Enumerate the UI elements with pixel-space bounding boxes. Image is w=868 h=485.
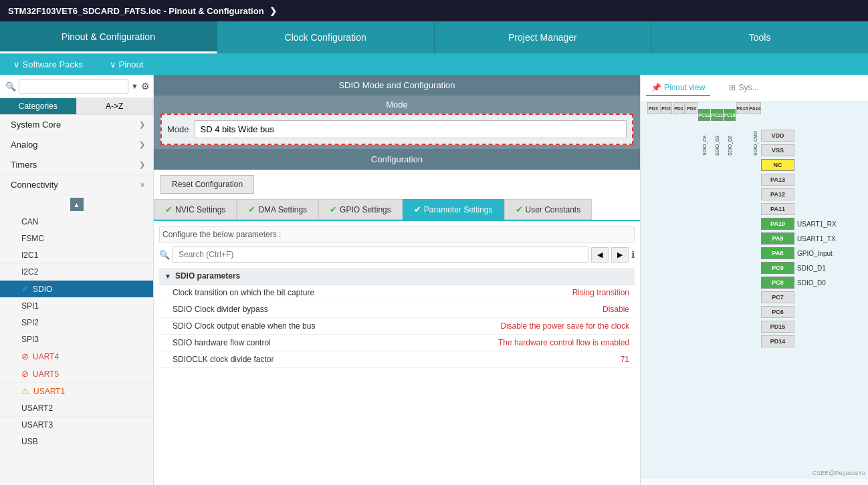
pin-pc12[interactable]: PC12 (698, 109, 710, 121)
sidebar-item-spi1[interactable]: SPI1 (0, 298, 153, 315)
chevron-down-icon: ▼ (165, 273, 171, 280)
pin-pd15[interactable]: PD15 (761, 321, 794, 333)
chevron-right-icon: ❯ (139, 140, 145, 149)
pin-pa12[interactable]: PA12 (761, 188, 794, 200)
pin-signal-pa10: USART1_RX (797, 220, 837, 228)
sidebar-tab-az[interactable]: A->Z (77, 98, 154, 114)
sidebar-item-fsmc[interactable]: FSMC (0, 230, 153, 247)
pin-pa9[interactable]: PA9 (761, 232, 794, 245)
usart3-label: USART3 (21, 420, 53, 430)
pin-pa8[interactable]: PA8 (761, 247, 794, 259)
tab-user-constants[interactable]: ✔ User Constants (504, 199, 592, 220)
sidebar-item-usart3[interactable]: USART3 (0, 417, 153, 434)
sidebar-item-analog[interactable]: Analog ❯ (0, 135, 153, 155)
pin-pd1[interactable]: PD1 (673, 102, 685, 114)
pin-row-nc: NC (761, 158, 868, 172)
sidebar-item-spi3[interactable]: SPI3 (0, 331, 153, 348)
uart5-label: UART5 (33, 369, 59, 379)
search-icon: 🔍 (5, 82, 16, 92)
tab-clock-config[interactable]: Clock Configuration (217, 21, 435, 53)
software-packs-nav[interactable]: ∨ Software Packs (13, 59, 83, 69)
chevron-right-icon: ❯ (139, 120, 145, 129)
mode-select[interactable]: SD 4 bits Wide bus Disable SD 1 bit MMC … (195, 120, 627, 138)
sidebar-search-area: 🔍 ▼ ⚙ (0, 75, 153, 98)
next-result-button[interactable]: ▶ (611, 247, 629, 263)
tab-pinout-config[interactable]: Pinout & Configuration (0, 21, 217, 53)
sidebar-item-sdio[interactable]: ✔ SDIO (0, 281, 153, 298)
pin-pa13[interactable]: PA13 (761, 174, 794, 186)
param-row-clock-transition: Clock transition on which the bit captur… (159, 285, 635, 301)
sidebar-item-can[interactable]: CAN (0, 214, 153, 230)
pin-col-sdio-cmd: PD3 (647, 102, 659, 156)
sidebar-item-i2c2[interactable]: I2C2 (0, 264, 153, 281)
pin-col-pd1: PD1 (673, 102, 685, 156)
params-search-input[interactable] (173, 247, 588, 263)
sidebar-item-system-core[interactable]: System Core ❯ (0, 115, 153, 135)
watermark: CSEE@PegasusYu (812, 470, 865, 476)
sidebar-item-connectivity[interactable]: Connectivity ∨ (0, 175, 153, 195)
top-pins-area: PD3 PD2 PD1 PD0 PC12 SDIO_CK (647, 102, 761, 156)
sidebar-item-usart1[interactable]: ⚠ USART1 (0, 383, 153, 400)
pin-pa11[interactable]: PA11 (761, 203, 794, 215)
pin-pa10[interactable]: PA10 (761, 218, 794, 230)
pin-pa14[interactable]: PA14 (749, 102, 761, 114)
pin-vdd[interactable]: VDD (761, 130, 794, 142)
pinout-nav[interactable]: ∨ Pinout (110, 59, 143, 69)
pin-pd3[interactable]: PD3 (647, 102, 659, 114)
connectivity-expand-btn[interactable]: ▲ (70, 198, 84, 211)
pin-pc7[interactable]: PC7 (761, 291, 794, 303)
pin-row-pd14: PD14 (761, 335, 868, 348)
pinout-view-header: 📌 Pinout view ⊞ Sys... (641, 75, 868, 102)
gear-icon[interactable]: ⚙ (141, 81, 150, 92)
config-tabs: ✔ NVIC Settings ✔ DMA Settings ✔ GPIO Se… (154, 199, 640, 221)
sidebar-tab-categories[interactable]: Categories (0, 98, 77, 114)
pin-pc6[interactable]: PC6 (761, 306, 794, 318)
pin-label-pc11: SDIO_D3 (715, 122, 720, 156)
sidebar-item-timers[interactable]: Timers ❯ (0, 155, 153, 175)
tab-gpio-settings[interactable]: ✔ GPIO Settings (318, 199, 403, 220)
sdio-params-group-header[interactable]: ▼ SDIO parameters (159, 268, 635, 285)
sidebar-item-usb[interactable]: USB (0, 434, 153, 450)
prev-result-button[interactable]: ◀ (591, 247, 609, 263)
pin-pc10[interactable]: PC10 (724, 109, 736, 121)
search-input[interactable] (19, 79, 128, 94)
pin-signal-pa8: GPIO_Input (797, 250, 833, 257)
pin-pc11[interactable]: PC11 (711, 109, 723, 121)
pin-pc8[interactable]: PC8 (761, 277, 794, 289)
title-chevron: ❯ (269, 6, 277, 16)
pin-row-vdd: VDD (761, 129, 868, 142)
pin-pd14[interactable]: PD14 (761, 335, 794, 347)
tab-system-view[interactable]: ⊞ Sys... (724, 80, 764, 96)
pin-nc[interactable]: NC (761, 159, 794, 171)
pin-col-pa15: PA15 (736, 102, 748, 156)
sidebar-item-i2c1[interactable]: I2C1 (0, 247, 153, 264)
sidebar-item-uart4[interactable]: ⊘ UART4 (0, 348, 153, 365)
dropdown-arrow-icon[interactable]: ▼ (131, 82, 138, 90)
pin-vss[interactable]: VSS (761, 144, 794, 156)
sidebar-item-uart5[interactable]: ⊘ UART5 (0, 365, 153, 383)
sidebar-item-spi2[interactable]: SPI2 (0, 315, 153, 331)
i2c2-label: I2C2 (21, 267, 38, 277)
tab-parameter-settings[interactable]: ✔ Parameter Settings (403, 199, 504, 220)
tab-dma-settings[interactable]: ✔ DMA Settings (237, 199, 318, 220)
tab-pinout-view[interactable]: 📌 Pinout view (646, 80, 710, 96)
tab-nvic-settings[interactable]: ✔ NVIC Settings (154, 199, 237, 220)
reset-configuration-button[interactable]: Reset Configuration (160, 175, 254, 194)
sidebar: 🔍 ▼ ⚙ Categories A->Z System Core ❯ Anal… (0, 75, 154, 485)
pin-row-pa9: PA9 USART1_TX (761, 232, 868, 245)
info-icon[interactable]: ℹ (631, 249, 635, 260)
pin-pa15[interactable]: PA15 (736, 102, 748, 114)
error-icon: ⊘ (21, 351, 29, 361)
pin-col-pc10: PC10 SDIO_D2 (724, 109, 736, 156)
sidebar-item-usart2[interactable]: USART2 (0, 400, 153, 417)
pin-row-pd15: PD15 (761, 320, 868, 333)
i2c1-label: I2C1 (21, 251, 38, 260)
sidebar-sections: System Core ❯ Analog ❯ Timers ❯ Connecti… (0, 115, 153, 450)
tab-project-manager[interactable]: Project Manager (435, 21, 652, 53)
pin-pd0[interactable]: PD0 (685, 102, 697, 114)
can-label: CAN (21, 217, 38, 226)
pin-pc9[interactable]: PC9 (761, 262, 794, 274)
pin-pd2[interactable]: PD2 (660, 102, 672, 114)
tab-tools[interactable]: Tools (651, 21, 868, 53)
warning-icon: ⚠ (21, 386, 29, 396)
